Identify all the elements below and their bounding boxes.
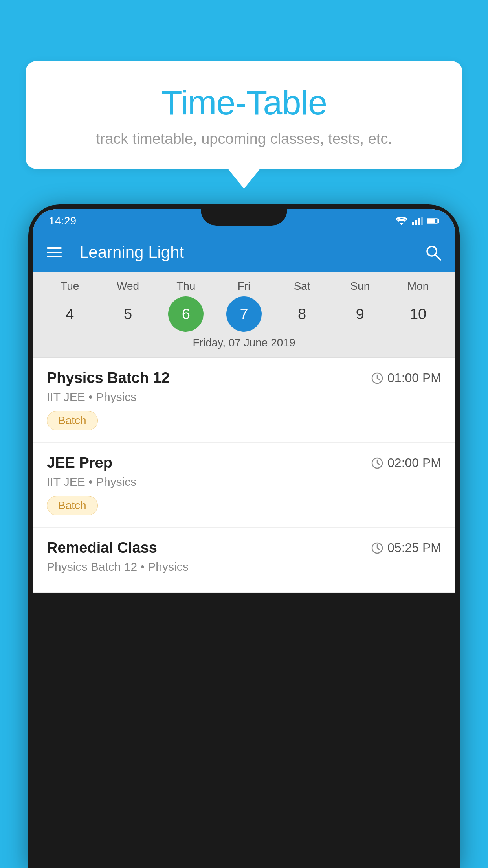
schedule-item-3-time-text: 05:25 PM [387, 541, 441, 555]
phone-screen: 14:29 [33, 209, 455, 593]
day-fri: Fri [226, 280, 262, 292]
svg-rect-1 [415, 220, 417, 225]
speech-bubble-title: Time-Table [49, 83, 439, 123]
svg-rect-5 [427, 219, 435, 223]
day-sat: Sat [284, 280, 320, 292]
schedule-content: Physics Batch 12 01:00 PM IIT JEE • Phys… [33, 358, 455, 593]
date-4[interactable]: 4 [52, 296, 88, 332]
schedule-item-3[interactable]: Remedial Class 05:25 PM Physics Batch 12… [33, 528, 455, 593]
calendar-strip: Tue Wed Thu Fri Sat Sun Mon 4 5 6 7 8 9 … [33, 272, 455, 357]
schedule-item-2-subtitle: IIT JEE • Physics [47, 475, 441, 489]
date-8[interactable]: 8 [284, 296, 320, 332]
schedule-item-3-header: Remedial Class 05:25 PM [47, 539, 441, 556]
day-wed: Wed [110, 280, 146, 292]
schedule-item-2[interactable]: JEE Prep 02:00 PM IIT JEE • Physics Batc… [33, 443, 455, 528]
date-10[interactable]: 10 [400, 296, 436, 332]
schedule-item-3-subtitle: Physics Batch 12 • Physics [47, 560, 441, 574]
day-tue: Tue [52, 280, 88, 292]
svg-line-17 [377, 548, 380, 550]
calendar-days-row: Tue Wed Thu Fri Sat Sun Mon [33, 280, 455, 292]
phone-device: 14:29 [28, 204, 460, 868]
date-6[interactable]: 6 [168, 296, 204, 332]
clock-icon-3 [371, 542, 383, 554]
schedule-item-2-header: JEE Prep 02:00 PM [47, 454, 441, 471]
schedule-item-2-title: JEE Prep [47, 454, 112, 471]
menu-line-2 [47, 252, 62, 253]
menu-line-1 [47, 247, 62, 249]
schedule-item-1-time: 01:00 PM [371, 371, 441, 385]
schedule-item-1-title: Physics Batch 12 [47, 370, 170, 386]
status-time: 14:29 [49, 215, 76, 227]
schedule-item-1-badge: Batch [47, 411, 98, 430]
status-icons [395, 217, 439, 225]
svg-rect-0 [412, 222, 414, 225]
speech-bubble-subtitle: track timetable, upcoming classes, tests… [49, 131, 439, 147]
clock-icon-2 [371, 457, 383, 469]
date-7[interactable]: 7 [226, 296, 262, 332]
schedule-item-1[interactable]: Physics Batch 12 01:00 PM IIT JEE • Phys… [33, 358, 455, 443]
svg-rect-2 [418, 218, 420, 225]
signal-icon [412, 217, 423, 225]
schedule-item-1-subtitle: IIT JEE • Physics [47, 390, 441, 404]
date-9[interactable]: 9 [342, 296, 378, 332]
search-icon[interactable] [425, 244, 441, 261]
svg-line-14 [377, 463, 380, 465]
selected-date-label: Friday, 07 June 2019 [33, 337, 455, 353]
svg-line-11 [377, 378, 380, 380]
speech-bubble-container: Time-Table track timetable, upcoming cla… [26, 61, 462, 189]
schedule-item-2-time-text: 02:00 PM [387, 456, 441, 470]
status-bar: 14:29 [33, 209, 455, 233]
calendar-dates-row: 4 5 6 7 8 9 10 [33, 296, 455, 332]
speech-bubble: Time-Table track timetable, upcoming cla… [26, 61, 462, 169]
day-mon: Mon [400, 280, 436, 292]
speech-bubble-arrow [227, 168, 261, 189]
schedule-item-2-badge: Batch [47, 496, 98, 515]
svg-rect-6 [438, 219, 439, 223]
schedule-item-2-time: 02:00 PM [371, 456, 441, 470]
menu-line-3 [47, 256, 62, 257]
app-bar: Learning Light [33, 233, 455, 272]
schedule-item-1-time-text: 01:00 PM [387, 371, 441, 385]
clock-icon-1 [371, 372, 383, 384]
app-bar-title: Learning Light [79, 243, 413, 262]
schedule-item-3-title: Remedial Class [47, 539, 157, 556]
menu-button[interactable] [47, 247, 62, 257]
svg-rect-3 [421, 217, 423, 225]
battery-icon [427, 217, 439, 224]
schedule-item-3-time: 05:25 PM [371, 541, 441, 555]
date-5[interactable]: 5 [110, 296, 146, 332]
schedule-item-1-header: Physics Batch 12 01:00 PM [47, 370, 441, 386]
wifi-icon [395, 217, 408, 225]
svg-line-8 [435, 255, 440, 260]
day-thu: Thu [168, 280, 204, 292]
day-sun: Sun [342, 280, 378, 292]
